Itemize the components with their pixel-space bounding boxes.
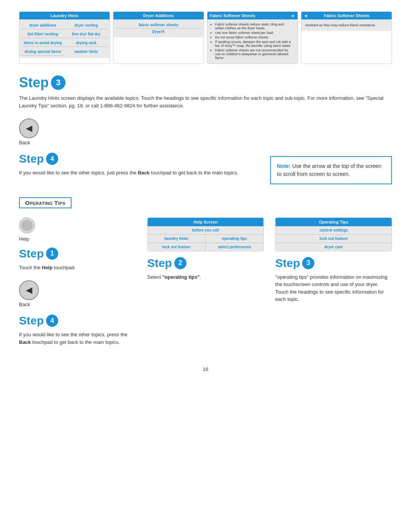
help-cell-operating-tips[interactable]: operating tips [206,235,263,243]
step3-heading: Step 3 [19,75,392,91]
step4-tips-label: Step [19,314,44,327]
step1-tips-bold: Help [42,265,53,270]
fabric-softener-header2: ◄ Fabric Softener Sheets [301,12,392,19]
step2-tips-label: Step [147,257,172,270]
page-number: 16 [19,366,392,372]
fabric-softener-body2: resistant as they may reduce flame resis… [301,19,392,31]
step1-tips-label: Step [19,247,44,260]
top-panels-row: Laundry Hints dryer additives dryer sort… [19,11,392,64]
step2-tips-heading: Step 2 [147,257,264,270]
tips-steps-row: Help Step 1 Touch the Help touchpad. ◀ B… [19,217,392,355]
panel-item[interactable]: drying special items [22,48,64,56]
step2-tips-text: Select [147,274,162,280]
step4-back-bold: Back [138,170,150,176]
step4-label-1: Step [19,152,44,165]
fabric-softener-header: Fabric Softener Sheets ► [207,12,298,19]
panel-item[interactable]: line dry/ flat dry [65,30,107,38]
step3-tips-body: "operating tips" provides information on… [275,273,392,303]
note-prefix: Note: [277,163,291,169]
operating-tips-header-text: Operating Tips [25,200,65,206]
back-container-2: ◀ Back [19,280,136,307]
step4-body-text2: touchpad to get back to the main topics. [150,170,238,176]
step1-tips-body: Touch the Help touchpad. [19,264,136,272]
help-ui-panel: Help Screen before you call laundry hint… [147,217,264,251]
dryer-additives-item2[interactable]: Drye!® [116,29,201,35]
dryer-additives-body: fabric softener sheets Drye!® [113,19,204,37]
fabric-softener-bullets: Fabric softener sheets reduce static cli… [210,22,295,61]
help-cell-laundry-hints[interactable]: laundry hints [148,235,206,243]
step3-tips-heading: Step 3 [275,257,392,270]
help-row-hints-tips: laundry hints operating tips [148,235,264,243]
op-tips-row-lockout[interactable]: lock out feature [276,235,392,243]
step4-row-1: Step 4 If you would like to see the othe… [19,152,392,186]
step4-tips-text: If you would like to see the other topic… [19,332,127,337]
note-box: Note: Use the arrow at the top of the sc… [270,156,392,184]
fabric-softener-continued-text: resistant as they may reduce flame resis… [304,22,389,29]
step1-tips-heading: Step 1 [19,247,136,260]
back-label-2: Back [19,302,30,307]
step4-tips-bold: Back [19,339,31,345]
step3-tips-label: Step [275,257,300,270]
step1-tips-text: Touch the [19,265,42,270]
panel-item[interactable]: items to avoid drying [22,39,64,47]
help-ui-header: Help Screen [148,218,264,226]
op-tips-row-dryer[interactable]: dryer care [276,243,392,251]
left-arrow-icon: ◄ [304,13,308,18]
back-button-2[interactable]: ◀ [19,280,39,300]
op-tips-ui-panel: Operating Tips control settings lock out… [275,217,392,251]
bullet-item: If spotting occurs, dampen the spot and … [215,40,294,48]
help-row-before-you-call[interactable]: before you call [148,226,264,235]
fabric-softener-header-text: Fabric Softener Sheets [210,13,255,18]
back-arrow-icon-1: ◀ [26,123,32,133]
bullet-item: Fabric softener sheets reduce static cli… [215,22,294,30]
panel-item[interactable]: lint filter/ venting [22,30,64,38]
help-cell-select-prefs[interactable]: select preferences [206,243,263,251]
fabric-softener-panel2: ◄ Fabric Softener Sheets resistant as th… [301,11,392,64]
back-container-1: ◀ Back [19,118,392,145]
step3-label: Step [19,75,49,91]
laundry-hints-body: dryer additives dryer sorting lint filte… [19,19,110,58]
panel-item[interactable]: dryer sorting [65,22,107,29]
fabric-softener-header2-text: Fabric Softener Sheets [324,13,370,18]
bullet-item: Do not reuse fabric softener sheets. [215,35,294,39]
help-cell-lock-out[interactable]: lock out feature [148,243,206,251]
step4-number-1: 4 [46,153,58,165]
back-arrow-icon-2: ◀ [26,285,32,295]
dryer-additives-panel: Dryer Additives fabric softener sheets D… [113,11,204,64]
bullet-item: Fabric softener sheets are not recommend… [215,48,294,60]
laundry-hints-panel: Laundry Hints dryer additives dryer sort… [19,11,110,64]
tips-col-3: Operating Tips control settings lock out… [275,217,392,312]
step1-tips-text2: touchpad. [53,265,76,270]
laundry-hints-header: Laundry Hints [19,12,110,19]
laundry-hints-grid: dryer additives dryer sorting lint filte… [22,22,107,56]
step3-body: The Laundry Hints screen displays the av… [19,94,392,109]
panel-item[interactable]: washer hints [65,48,107,56]
step4-tips-text2: touchpad to get back to the main topics. [31,339,119,345]
step4-heading-1: Step 4 [19,152,255,165]
step4-tips-heading: Step 4 [19,314,136,327]
note-text: Use the arrow at the top of the screen t… [277,163,381,177]
help-row-lockout-prefs: lock out feature select preferences [148,243,264,251]
dryer-additives-header: Dryer Additives [113,12,204,19]
back-button-1[interactable]: ◀ [19,118,39,138]
dryer-additives-item1[interactable]: fabric softener sheets [116,22,201,29]
panel-item[interactable]: drying rack [65,39,107,47]
op-tips-ui-body: control settings lock out feature dryer … [276,226,392,251]
step2-tips-body: Select "operating tips". [147,273,264,281]
step3-number: 3 [51,75,65,90]
help-circle [19,217,35,233]
step2-tips-text2: . [200,274,201,280]
help-label: Help [19,236,29,242]
panel-item[interactable]: dryer additives [22,22,64,29]
tips-col-1: Help Step 1 Touch the Help touchpad. ◀ B… [19,217,136,355]
operating-tips-section-header: Operating Tips [19,197,72,208]
step2-tips-bold: "operating tips" [162,274,199,280]
step4-body-text1: If you would like to see the other topic… [19,170,138,176]
step4-body-1: If you would like to see the other topic… [19,169,255,177]
op-tips-row-control[interactable]: control settings [276,226,392,235]
step2-tips-number: 2 [174,257,186,269]
step3-tips-number: 3 [302,257,314,269]
step4-tips-number: 4 [46,315,58,327]
step1-tips-number: 1 [46,248,58,260]
step4-tips-body: If you would like to see the other topic… [19,331,136,346]
